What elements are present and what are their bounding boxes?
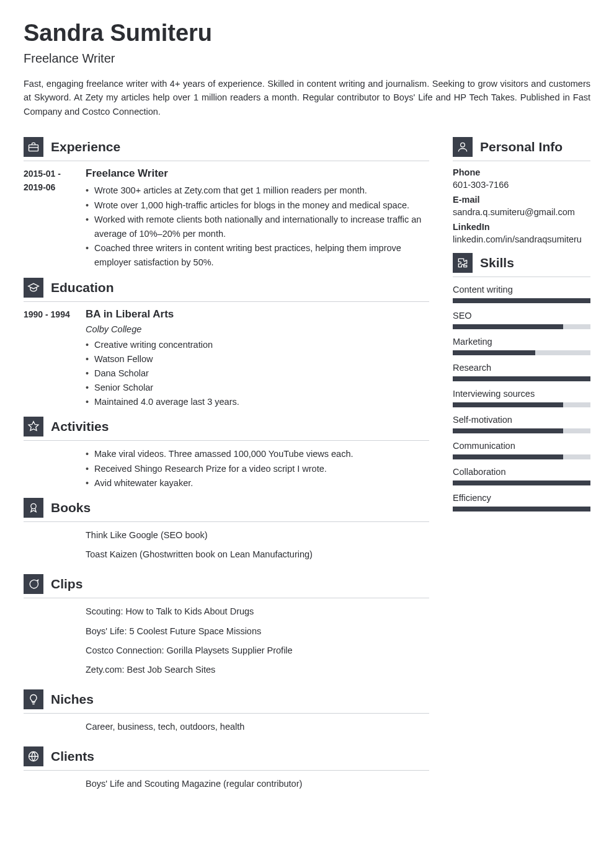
email-label: E-mail	[453, 195, 590, 205]
skill-item: Research	[453, 363, 590, 381]
linkedin-label: LinkedIn	[453, 222, 590, 232]
email-value: sandra.q.sumiteru@gmail.com	[453, 207, 590, 217]
skill-bar-fill	[453, 454, 563, 459]
right-column: Personal Info Phone 601-303-7166 E-mail …	[453, 130, 590, 800]
skill-label: Research	[453, 363, 590, 373]
skills-section: Skills Content writingSEOMarketingResear…	[453, 253, 590, 512]
skill-bar	[453, 480, 590, 485]
list-item: Dana Scholar	[86, 366, 429, 381]
list-item: Creative writing concentration	[86, 338, 429, 352]
skills-heading: Skills	[480, 255, 514, 270]
skill-bar-fill	[453, 428, 563, 433]
skill-bar	[453, 324, 590, 329]
skill-item: Communication	[453, 441, 590, 459]
book-item: Think Like Google (SEO book)	[86, 528, 429, 542]
list-item: Avid whitewater kayaker.	[86, 476, 429, 490]
puzzle-icon	[453, 253, 473, 273]
skill-bar-fill	[453, 402, 563, 407]
skill-bar	[453, 298, 590, 303]
svg-rect-0	[29, 145, 38, 151]
badge-icon	[24, 498, 43, 518]
list-item: Senior Scholar	[86, 381, 429, 395]
skill-label: SEO	[453, 311, 590, 321]
clip-item: Boys' Life: 5 Coolest Future Space Missi…	[86, 624, 429, 639]
skill-bar-fill	[453, 324, 563, 329]
skill-item: Efficiency	[453, 493, 590, 512]
education-institution: Colby College	[86, 324, 429, 334]
niches-heading: Niches	[51, 692, 94, 707]
list-item: Received Shingo Research Prize for a vid…	[86, 462, 429, 476]
skill-item: Interviewing sources	[453, 389, 590, 407]
left-column: Experience 2015-01 - 2019-06 Freelance W…	[24, 130, 429, 800]
linkedin-value: linkedin.com/in/sandraqsumiteru	[453, 234, 590, 244]
skill-item: SEO	[453, 311, 590, 329]
phone-value: 601-303-7166	[453, 180, 590, 190]
clip-item: Scouting: How to Talk to Kids About Drug…	[86, 604, 429, 619]
education-dates: 1990 - 1994	[24, 308, 78, 410]
list-item: Maintained 4.0 average last 3 years.	[86, 395, 429, 409]
client-item: Boys' Life and Scouting Magazine (regula…	[86, 777, 429, 791]
list-item: Worked with remote clients both national…	[86, 213, 429, 241]
education-degree: BA in Liberal Arts	[86, 308, 429, 321]
skill-bar	[453, 402, 590, 407]
svg-point-3	[461, 143, 465, 148]
list-item: Watson Fellow	[86, 352, 429, 366]
niches-text: Career, business, tech, outdoors, health	[86, 720, 429, 734]
education-section: Education 1990 - 1994 BA in Liberal Arts…	[24, 278, 429, 410]
books-section: Books Think Like Google (SEO book) Toast…	[24, 498, 429, 567]
skill-bar	[453, 376, 590, 381]
skill-label: Content writing	[453, 285, 590, 294]
clients-section: Clients Boys' Life and Scouting Magazine…	[24, 746, 429, 796]
experience-section: Experience 2015-01 - 2019-06 Freelance W…	[24, 137, 429, 270]
person-icon	[453, 137, 473, 157]
skill-bar-fill	[453, 298, 590, 303]
skill-bar-fill	[453, 350, 535, 355]
personal-info-section: Personal Info Phone 601-303-7166 E-mail …	[453, 137, 590, 244]
clips-heading: Clips	[51, 577, 82, 591]
skill-item: Content writing	[453, 285, 590, 303]
skill-label: Interviewing sources	[453, 389, 590, 399]
experience-dates: 2015-01 - 2019-06	[24, 167, 78, 270]
clip-item: Zety.com: Best Job Search Sites	[86, 663, 429, 677]
globe-icon	[24, 746, 43, 766]
skill-label: Efficiency	[453, 493, 590, 503]
briefcase-icon	[24, 137, 43, 157]
job-title: Freelance Writer	[24, 51, 590, 66]
lightbulb-icon	[24, 689, 43, 709]
skill-bar	[453, 454, 590, 459]
skill-bar-fill	[453, 507, 590, 512]
experience-role: Freelance Writer	[86, 167, 429, 180]
skill-item: Self-motivation	[453, 415, 590, 433]
star-icon	[24, 417, 43, 436]
skill-item: Marketing	[453, 337, 590, 355]
skill-bar	[453, 428, 590, 433]
skill-bar	[453, 350, 590, 355]
skill-bar	[453, 507, 590, 512]
experience-heading: Experience	[51, 140, 120, 154]
list-item: Wrote 300+ articles at Zety.com that get…	[86, 184, 429, 198]
activities-heading: Activities	[51, 419, 109, 434]
skill-label: Self-motivation	[453, 415, 590, 425]
niches-section: Niches Career, business, tech, outdoors,…	[24, 689, 429, 739]
svg-point-1	[31, 503, 36, 508]
skill-bar-fill	[453, 480, 590, 485]
clients-heading: Clients	[51, 749, 94, 764]
list-item: Wrote over 1,000 high-traffic articles f…	[86, 198, 429, 213]
skill-bar-fill	[453, 376, 590, 381]
summary: Fast, engaging freelance writer with 4+ …	[24, 77, 590, 118]
book-item: Toast Kaizen (Ghostwritten book on Lean …	[86, 547, 429, 562]
chat-icon	[24, 574, 43, 594]
list-item: Make viral videos. Three amassed 100,000…	[86, 447, 429, 461]
activities-section: Activities Make viral videos. Three amas…	[24, 417, 429, 490]
books-heading: Books	[51, 500, 91, 515]
skill-label: Communication	[453, 441, 590, 451]
phone-label: Phone	[453, 167, 590, 177]
graduation-cap-icon	[24, 278, 43, 298]
clip-item: Costco Connection: Gorilla Playsets Supp…	[86, 644, 429, 658]
skill-label: Collaboration	[453, 467, 590, 477]
clips-section: Clips Scouting: How to Talk to Kids Abou…	[24, 574, 429, 682]
skill-label: Marketing	[453, 337, 590, 347]
name: Sandra Sumiteru	[24, 20, 590, 46]
education-heading: Education	[51, 280, 114, 295]
personal-info-heading: Personal Info	[480, 140, 563, 154]
